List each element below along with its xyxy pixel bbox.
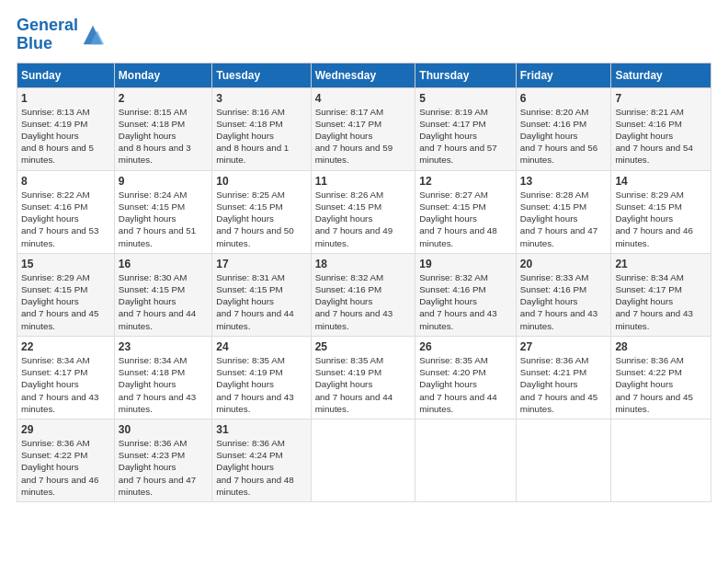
day-detail: Sunrise: 8:16 AMSunset: 4:18 PMDaylight …	[216, 107, 289, 166]
day-detail: Sunrise: 8:17 AMSunset: 4:17 PMDaylight …	[315, 107, 392, 166]
calendar-cell: 25 Sunrise: 8:35 AMSunset: 4:19 PMDaylig…	[311, 336, 415, 419]
day-number: 26	[419, 340, 511, 353]
day-number: 25	[315, 340, 412, 353]
day-detail: Sunrise: 8:22 AMSunset: 4:16 PMDaylight …	[21, 190, 98, 248]
day-number: 1	[21, 92, 110, 105]
calendar-week-row: 8 Sunrise: 8:22 AMSunset: 4:16 PMDayligh…	[17, 170, 711, 253]
day-detail: Sunrise: 8:20 AMSunset: 4:16 PMDaylight …	[520, 107, 597, 166]
day-detail: Sunrise: 8:36 AMSunset: 4:21 PMDaylight …	[520, 355, 597, 414]
calendar-cell: 22 Sunrise: 8:34 AMSunset: 4:17 PMDaylig…	[17, 336, 115, 419]
day-detail: Sunrise: 8:35 AMSunset: 4:19 PMDaylight …	[315, 355, 392, 414]
day-number: 13	[520, 175, 608, 188]
calendar-cell: 13 Sunrise: 8:28 AMSunset: 4:15 PMDaylig…	[516, 170, 611, 253]
calendar-cell	[311, 419, 415, 501]
day-detail: Sunrise: 8:34 AMSunset: 4:17 PMDaylight …	[21, 355, 98, 414]
calendar-cell: 6 Sunrise: 8:20 AMSunset: 4:16 PMDayligh…	[516, 87, 611, 170]
logo-blue: Blue	[17, 34, 52, 52]
calendar-cell: 17 Sunrise: 8:31 AMSunset: 4:15 PMDaylig…	[212, 253, 311, 336]
weekday-header-sunday: Sunday	[17, 63, 115, 87]
day-detail: Sunrise: 8:36 AMSunset: 4:22 PMDaylight …	[21, 438, 98, 497]
day-number: 3	[216, 92, 306, 105]
day-number: 5	[419, 92, 511, 105]
day-number: 4	[315, 92, 412, 105]
calendar-cell: 31 Sunrise: 8:36 AMSunset: 4:24 PMDaylig…	[212, 419, 311, 501]
day-detail: Sunrise: 8:33 AMSunset: 4:16 PMDaylight …	[520, 272, 597, 331]
calendar-cell: 24 Sunrise: 8:35 AMSunset: 4:19 PMDaylig…	[212, 336, 311, 419]
day-number: 31	[216, 423, 306, 436]
day-number: 14	[615, 175, 707, 188]
weekday-header-wednesday: Wednesday	[311, 63, 415, 87]
day-detail: Sunrise: 8:36 AMSunset: 4:22 PMDaylight …	[615, 355, 692, 414]
day-number: 30	[119, 423, 209, 436]
calendar-cell: 28 Sunrise: 8:36 AMSunset: 4:22 PMDaylig…	[611, 336, 711, 419]
logo-icon	[80, 22, 106, 48]
day-detail: Sunrise: 8:36 AMSunset: 4:24 PMDaylight …	[216, 438, 293, 497]
day-detail: Sunrise: 8:13 AMSunset: 4:19 PMDaylight …	[21, 107, 94, 166]
day-detail: Sunrise: 8:30 AMSunset: 4:15 PMDaylight …	[119, 272, 196, 331]
calendar-cell: 12 Sunrise: 8:27 AMSunset: 4:15 PMDaylig…	[415, 170, 516, 253]
day-detail: Sunrise: 8:15 AMSunset: 4:18 PMDaylight …	[119, 107, 191, 166]
day-number: 27	[520, 340, 608, 353]
day-number: 17	[216, 258, 306, 270]
day-detail: Sunrise: 8:31 AMSunset: 4:15 PMDaylight …	[216, 272, 293, 331]
calendar-cell: 2 Sunrise: 8:15 AMSunset: 4:18 PMDayligh…	[114, 87, 212, 170]
day-number: 8	[21, 175, 110, 188]
day-number: 19	[419, 258, 511, 270]
day-number: 6	[520, 92, 608, 105]
day-detail: Sunrise: 8:35 AMSunset: 4:19 PMDaylight …	[216, 355, 293, 414]
calendar-cell: 21 Sunrise: 8:34 AMSunset: 4:17 PMDaylig…	[611, 253, 711, 336]
calendar-cell: 8 Sunrise: 8:22 AMSunset: 4:16 PMDayligh…	[17, 170, 115, 253]
calendar-week-row: 29 Sunrise: 8:36 AMSunset: 4:22 PMDaylig…	[17, 419, 711, 501]
calendar-cell: 18 Sunrise: 8:32 AMSunset: 4:16 PMDaylig…	[311, 253, 415, 336]
calendar-cell: 19 Sunrise: 8:32 AMSunset: 4:16 PMDaylig…	[415, 253, 516, 336]
day-number: 10	[216, 175, 306, 188]
day-number: 9	[119, 175, 209, 188]
weekday-header-friday: Friday	[516, 63, 611, 87]
calendar-cell: 3 Sunrise: 8:16 AMSunset: 4:18 PMDayligh…	[212, 87, 311, 170]
day-detail: Sunrise: 8:32 AMSunset: 4:16 PMDaylight …	[419, 272, 496, 331]
calendar-cell	[516, 419, 611, 501]
day-number: 22	[21, 340, 110, 353]
calendar-cell: 27 Sunrise: 8:36 AMSunset: 4:21 PMDaylig…	[516, 336, 611, 419]
day-detail: Sunrise: 8:25 AMSunset: 4:15 PMDaylight …	[216, 190, 293, 248]
calendar-table: SundayMondayTuesdayWednesdayThursdayFrid…	[17, 63, 711, 502]
calendar-cell: 11 Sunrise: 8:26 AMSunset: 4:15 PMDaylig…	[311, 170, 415, 253]
page: General Blue SundayMondayTuesdayWednesda…	[0, 0, 728, 511]
day-number: 2	[119, 92, 209, 105]
calendar-cell: 1 Sunrise: 8:13 AMSunset: 4:19 PMDayligh…	[17, 87, 115, 170]
calendar-week-row: 22 Sunrise: 8:34 AMSunset: 4:17 PMDaylig…	[17, 336, 711, 419]
day-number: 16	[119, 258, 209, 270]
day-number: 23	[119, 340, 209, 353]
logo: General Blue	[17, 17, 106, 53]
calendar-cell: 23 Sunrise: 8:34 AMSunset: 4:18 PMDaylig…	[114, 336, 212, 419]
day-number: 11	[315, 175, 412, 188]
calendar-cell: 30 Sunrise: 8:36 AMSunset: 4:23 PMDaylig…	[114, 419, 212, 501]
day-detail: Sunrise: 8:29 AMSunset: 4:15 PMDaylight …	[21, 272, 98, 331]
calendar-cell: 9 Sunrise: 8:24 AMSunset: 4:15 PMDayligh…	[114, 170, 212, 253]
calendar-header-row: SundayMondayTuesdayWednesdayThursdayFrid…	[17, 63, 711, 87]
calendar-cell	[415, 419, 516, 501]
weekday-header-tuesday: Tuesday	[212, 63, 311, 87]
day-detail: Sunrise: 8:34 AMSunset: 4:17 PMDaylight …	[615, 272, 692, 331]
day-number: 28	[615, 340, 707, 353]
day-detail: Sunrise: 8:32 AMSunset: 4:16 PMDaylight …	[315, 272, 392, 331]
calendar-cell: 26 Sunrise: 8:35 AMSunset: 4:20 PMDaylig…	[415, 336, 516, 419]
day-detail: Sunrise: 8:35 AMSunset: 4:20 PMDaylight …	[419, 355, 496, 414]
calendar-cell: 10 Sunrise: 8:25 AMSunset: 4:15 PMDaylig…	[212, 170, 311, 253]
day-number: 29	[21, 423, 110, 436]
calendar-cell	[611, 419, 711, 501]
logo-text: General Blue	[17, 17, 78, 53]
day-detail: Sunrise: 8:27 AMSunset: 4:15 PMDaylight …	[419, 190, 496, 248]
weekday-header-thursday: Thursday	[415, 63, 516, 87]
calendar-cell: 14 Sunrise: 8:29 AMSunset: 4:15 PMDaylig…	[611, 170, 711, 253]
day-detail: Sunrise: 8:26 AMSunset: 4:15 PMDaylight …	[315, 190, 392, 248]
day-detail: Sunrise: 8:34 AMSunset: 4:18 PMDaylight …	[119, 355, 196, 414]
day-number: 7	[615, 92, 707, 105]
weekday-header-saturday: Saturday	[611, 63, 711, 87]
day-detail: Sunrise: 8:29 AMSunset: 4:15 PMDaylight …	[615, 190, 692, 248]
calendar-week-row: 15 Sunrise: 8:29 AMSunset: 4:15 PMDaylig…	[17, 253, 711, 336]
day-number: 20	[520, 258, 608, 270]
day-detail: Sunrise: 8:24 AMSunset: 4:15 PMDaylight …	[119, 190, 196, 248]
day-detail: Sunrise: 8:21 AMSunset: 4:16 PMDaylight …	[615, 107, 692, 166]
logo-general: General	[17, 16, 78, 34]
